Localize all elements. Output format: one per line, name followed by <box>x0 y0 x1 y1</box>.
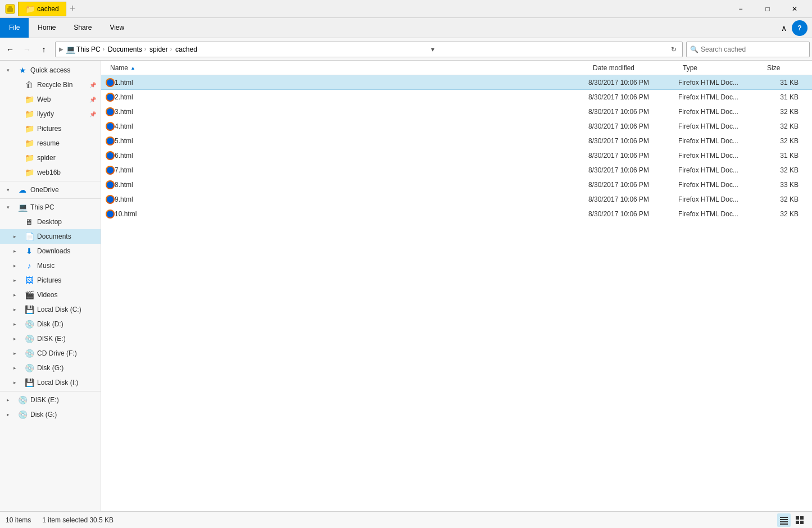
sidebar-item-cd-drive-f[interactable]: ▸ 💿 CD Drive (F:) <box>0 346 101 361</box>
sidebar-item-downloads[interactable]: ▸ ⬇ Downloads <box>0 244 101 258</box>
file-row[interactable]: 4.html8/30/2017 10:06 PMFirefox HTML Doc… <box>101 119 812 134</box>
sidebar-item-disk-e[interactable]: ▸ 💿 DISK (E:) <box>0 331 101 346</box>
svg-rect-8 <box>800 516 804 520</box>
title-tabs: 📁 cached + <box>18 2 728 16</box>
sidebar-item-label: Disk (D:) <box>37 320 96 328</box>
sidebar-item-disk-g[interactable]: ▸ 💿 Disk (G:) <box>0 361 101 375</box>
file-row[interactable]: 9.html8/30/2017 10:06 PMFirefox HTML Doc… <box>101 192 812 207</box>
col-type-label: Type <box>683 64 697 72</box>
title-tab[interactable]: 📁 cached <box>18 2 66 16</box>
address-bar[interactable]: ▶ 💻 This PC › Documents › spider › cache… <box>55 42 683 57</box>
sidebar-item-this-pc[interactable]: ▾ 💻 This PC <box>0 200 101 215</box>
ribbon-tab-home[interactable]: Home <box>29 18 65 38</box>
file-date: 8/30/2017 10:06 PM <box>588 181 678 189</box>
help-button[interactable]: ? <box>792 20 808 36</box>
titlebar: 📁 cached + − □ ✕ <box>0 0 812 18</box>
new-tab-btn[interactable]: + <box>70 3 76 15</box>
breadcrumb-sep-2: › <box>144 46 146 52</box>
address-refresh-button[interactable]: ↻ <box>669 44 679 54</box>
sidebar-item-desktop[interactable]: 🖥 Desktop <box>0 215 101 229</box>
file-row[interactable]: 1.html8/30/2017 10:06 PMFirefox HTML Doc… <box>101 75 812 90</box>
sidebar-item-music[interactable]: ▸ ♪ Music <box>0 258 101 273</box>
expander-icon: ▸ <box>13 321 21 327</box>
search-input[interactable] <box>701 45 806 53</box>
sidebar-item-quick-access[interactable]: ▾ ★ Quick access <box>0 63 101 78</box>
file-date: 8/30/2017 10:06 PM <box>588 137 678 145</box>
address-dropdown-button[interactable]: ▾ <box>429 44 437 54</box>
maximize-button[interactable]: □ <box>755 1 781 17</box>
expander-icon: ▸ <box>13 292 21 298</box>
search-box[interactable]: 🔍 <box>686 42 810 57</box>
file-type-icon <box>106 122 115 131</box>
file-type: Firefox HTML Doc... <box>678 108 763 116</box>
sidebar-item-label: Documents <box>37 233 96 240</box>
col-size-label: Size <box>767 64 780 72</box>
col-header-name[interactable]: Name ▲ <box>106 64 588 72</box>
sidebar-item-label: ilyydy <box>37 110 86 118</box>
sidebar-item-disk-g2[interactable]: ▸ 💿 Disk (G:) <box>0 407 101 422</box>
sidebar-item-recycle-bin[interactable]: 🗑 Recycle Bin 📌 <box>0 78 101 92</box>
ribbon-tab-view[interactable]: View <box>101 18 133 38</box>
recycle-bin-icon: 🗑 <box>25 80 34 89</box>
file-row[interactable]: 5.html8/30/2017 10:06 PMFirefox HTML Doc… <box>101 134 812 148</box>
videos-icon: 🎬 <box>25 290 34 299</box>
sidebar-item-documents[interactable]: ▸ 📄 Documents <box>0 229 101 244</box>
pin-icon: 📌 <box>89 97 96 103</box>
sidebar-item-pictures[interactable]: ▸ 🖼 Pictures <box>0 273 101 288</box>
pc-icon: 💻 <box>66 45 75 54</box>
file-size: 32 KB <box>763 166 808 174</box>
folder-icon: 📁 <box>25 153 34 162</box>
file-row[interactable]: 7.html8/30/2017 10:06 PMFirefox HTML Doc… <box>101 163 812 177</box>
pin-icon: 📌 <box>89 82 96 88</box>
sidebar-item-disk-d[interactable]: ▸ 💿 Disk (D:) <box>0 317 101 331</box>
breadcrumb-cached[interactable]: cached <box>175 45 197 53</box>
breadcrumb-documents[interactable]: Documents › <box>108 45 147 53</box>
sidebar-item-local-disk-i[interactable]: ▸ 💾 Local Disk (I:) <box>0 375 101 390</box>
sidebar-item-label: OneDrive <box>30 186 96 194</box>
sidebar-item-label: Videos <box>37 291 96 299</box>
sidebar-item-pictures-qa[interactable]: 📁 Pictures <box>0 121 101 136</box>
file-row[interactable]: 6.html8/30/2017 10:06 PMFirefox HTML Doc… <box>101 148 812 163</box>
back-button[interactable]: ← <box>2 42 18 57</box>
forward-button[interactable]: → <box>19 42 35 57</box>
sidebar-item-ilyydy[interactable]: 📁 ilyydy 📌 <box>0 107 101 121</box>
file-name: 3.html <box>115 108 588 116</box>
close-button[interactable]: ✕ <box>782 1 808 17</box>
sidebar-item-onedrive[interactable]: ▾ ☁ OneDrive <box>0 183 101 197</box>
file-row[interactable]: 10.html8/30/2017 10:06 PMFirefox HTML Do… <box>101 207 812 221</box>
ribbon-tab-share[interactable]: Share <box>65 18 101 38</box>
expander-icon: ▸ <box>13 380 21 385</box>
sidebar-item-local-disk-c[interactable]: ▸ 💾 Local Disk (C:) <box>0 302 101 317</box>
folder-icon: 📁 <box>25 124 34 133</box>
col-header-date[interactable]: Date modified <box>588 64 678 72</box>
file-type: Firefox HTML Doc... <box>678 210 763 218</box>
ribbon-tab-file[interactable]: File <box>0 18 29 38</box>
sidebar-item-web16b[interactable]: 📁 web16b <box>0 165 101 180</box>
sidebar-item-label: Pictures <box>37 276 96 284</box>
col-header-type[interactable]: Type <box>678 64 763 72</box>
file-row[interactable]: 8.html8/30/2017 10:06 PMFirefox HTML Doc… <box>101 177 812 192</box>
sidebar-item-videos[interactable]: ▸ 🎬 Videos <box>0 288 101 302</box>
ribbon-collapse-button[interactable]: ∧ <box>776 20 792 36</box>
breadcrumb-this-pc[interactable]: 💻 This PC › <box>66 45 106 54</box>
expander-icon: ▸ <box>13 336 21 342</box>
sidebar-item-resume[interactable]: 📁 resume <box>0 136 101 151</box>
file-row[interactable]: 2.html8/30/2017 10:06 PMFirefox HTML Doc… <box>101 90 812 104</box>
file-name: 6.html <box>115 152 588 160</box>
window-icon <box>4 3 16 15</box>
file-date: 8/30/2017 10:06 PM <box>588 166 678 174</box>
minimize-button[interactable]: − <box>728 1 754 17</box>
col-header-size[interactable]: Size <box>763 64 808 72</box>
file-type: Firefox HTML Doc... <box>678 166 763 174</box>
large-icons-view-button[interactable] <box>793 513 806 527</box>
breadcrumb-spider[interactable]: spider › <box>149 45 173 53</box>
file-row[interactable]: 3.html8/30/2017 10:06 PMFirefox HTML Doc… <box>101 104 812 119</box>
sidebar-item-label: Web <box>37 95 86 103</box>
details-view-button[interactable] <box>777 513 791 527</box>
breadcrumb-sep-1: › <box>103 46 105 52</box>
up-button[interactable]: ↑ <box>36 42 52 57</box>
sidebar-item-spider[interactable]: 📁 spider <box>0 151 101 165</box>
sidebar-item-web[interactable]: 📁 Web 📌 <box>0 92 101 107</box>
breadcrumb-documents-label: Documents <box>108 45 142 53</box>
sidebar-item-disk-e2[interactable]: ▸ 💿 DISK (E:) <box>0 393 101 407</box>
